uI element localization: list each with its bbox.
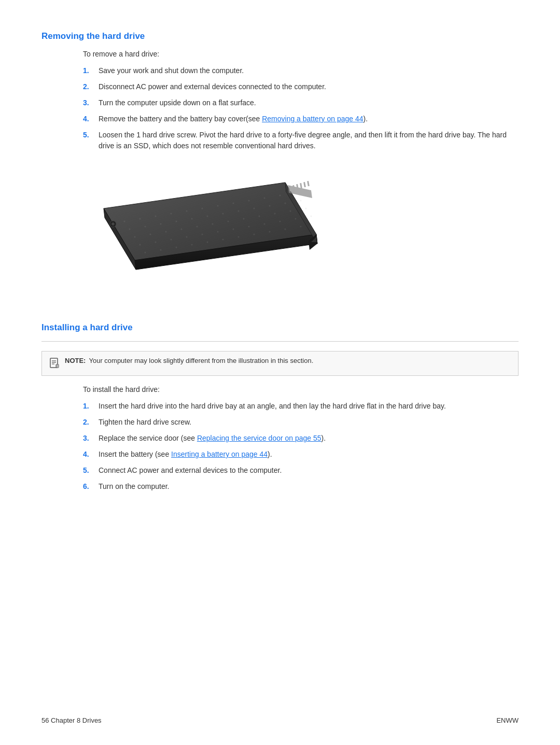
svg-point-57 — [238, 236, 240, 238]
step-number: 2. — [83, 417, 99, 428]
list-item: 3. Replace the service door (see Replaci… — [83, 433, 519, 444]
svg-point-29 — [165, 231, 167, 233]
svg-point-34 — [243, 218, 245, 220]
footer-right: ENWW — [496, 716, 519, 724]
svg-point-4 — [124, 221, 125, 222]
step-text: Tighten the hard drive screw. — [99, 417, 519, 428]
svg-point-6 — [155, 216, 157, 217]
note-box: NOTE: Your computer may look slightly di… — [41, 351, 519, 376]
svg-point-43 — [202, 234, 203, 235]
installing-section: Installing a hard drive NOTE: Your compu… — [41, 322, 519, 492]
svg-point-54 — [191, 244, 193, 246]
svg-point-26 — [300, 200, 302, 202]
removing-intro: To remove a hard drive: — [83, 50, 519, 58]
step-number: 3. — [83, 97, 99, 108]
svg-point-40 — [155, 242, 157, 243]
list-item: 1. Save your work and shut down the comp… — [83, 65, 519, 76]
svg-point-11 — [233, 203, 234, 204]
step-number: 1. — [83, 401, 99, 412]
svg-point-49 — [295, 218, 297, 220]
svg-point-20 — [207, 216, 208, 217]
svg-point-41 — [171, 239, 172, 241]
svg-point-32 — [212, 223, 214, 225]
svg-point-16 — [145, 226, 146, 228]
svg-point-55 — [207, 242, 208, 243]
note-text: Your computer may look slightly differen… — [89, 357, 313, 364]
svg-rect-67 — [300, 183, 302, 188]
list-item: 5. Loosen the 1 hard drive screw. Pivot … — [83, 130, 519, 151]
svg-point-45 — [233, 229, 234, 230]
ssd-image-container — [83, 167, 487, 302]
step-text: Replace the service door (see Replacing … — [99, 433, 519, 444]
note-icon — [49, 357, 61, 370]
removing-battery-link[interactable]: Removing a battery on page 44 — [262, 115, 363, 123]
svg-point-53 — [176, 247, 177, 248]
svg-point-37 — [290, 210, 291, 212]
svg-point-15 — [129, 229, 131, 230]
svg-point-59 — [269, 231, 271, 233]
list-item: 3. Turn the computer upside down on a fl… — [83, 97, 519, 108]
svg-point-61 — [300, 226, 302, 228]
installing-steps-list: 1. Insert the hard drive into the hard d… — [83, 401, 519, 492]
step-number: 1. — [83, 65, 99, 76]
list-item: 2. Tighten the hard drive screw. — [83, 417, 519, 428]
list-item: 6. Turn on the computer. — [83, 481, 519, 492]
svg-point-12 — [248, 200, 250, 202]
svg-point-52 — [160, 249, 162, 251]
step-number: 5. — [83, 465, 99, 476]
step-text: Turn on the computer. — [99, 481, 519, 492]
list-item: 4. Insert the battery (see Inserting a b… — [83, 449, 519, 460]
svg-point-5 — [139, 218, 141, 220]
svg-point-10 — [217, 205, 219, 207]
svg-point-50 — [311, 216, 312, 217]
step-text: Remove the battery and the battery bay c… — [99, 114, 519, 124]
svg-point-19 — [191, 218, 193, 220]
step-text: Insert the battery (see Inserting a batt… — [99, 449, 519, 460]
svg-rect-68 — [303, 182, 306, 187]
svg-point-30 — [181, 229, 183, 230]
step-text: Connect AC power and external devices to… — [99, 465, 519, 476]
svg-point-42 — [186, 236, 188, 238]
installing-title: Installing a hard drive — [41, 322, 519, 333]
svg-point-17 — [160, 223, 162, 225]
removing-steps-list: 1. Save your work and shut down the comp… — [83, 65, 519, 151]
svg-point-48 — [279, 221, 281, 222]
inserting-battery-link[interactable]: Inserting a battery on page 44 — [171, 450, 268, 458]
svg-point-35 — [259, 216, 260, 217]
step-text: Save your work and shut down the compute… — [99, 65, 519, 76]
step-text: Loosen the 1 hard drive screw. Pivot the… — [99, 130, 519, 151]
step-text: Disconnect AC power and external devices… — [99, 81, 519, 92]
list-item: 1. Insert the hard drive into the hard d… — [83, 401, 519, 412]
svg-point-28 — [150, 234, 151, 235]
svg-point-13 — [264, 198, 265, 199]
list-item: 2. Disconnect AC power and external devi… — [83, 81, 519, 92]
replacing-service-door-link[interactable]: Replacing the service door on page 55 — [197, 434, 321, 442]
step-text: Insert the hard drive into the hard driv… — [99, 401, 519, 412]
footer-left: 56 Chapter 8 Drives — [41, 716, 102, 724]
removing-section: Removing the hard drive To remove a hard… — [41, 31, 519, 302]
svg-point-23 — [254, 208, 255, 209]
svg-rect-69 — [307, 181, 310, 186]
svg-point-47 — [264, 223, 265, 225]
svg-point-24 — [269, 205, 271, 207]
installing-intro: To install the hard drive: — [83, 385, 519, 393]
svg-point-27 — [134, 236, 136, 238]
step-number: 4. — [83, 449, 99, 460]
section-divider — [41, 341, 519, 342]
svg-point-46 — [248, 226, 250, 228]
page-footer: 56 Chapter 8 Drives ENWW — [41, 716, 519, 724]
svg-point-14 — [279, 195, 281, 196]
svg-point-58 — [254, 234, 255, 235]
svg-point-25 — [285, 203, 286, 204]
svg-point-36 — [274, 213, 276, 215]
svg-point-21 — [222, 213, 224, 215]
svg-point-9 — [202, 208, 203, 209]
svg-point-18 — [176, 221, 177, 222]
svg-point-60 — [285, 229, 286, 230]
step-number: 2. — [83, 81, 99, 92]
svg-point-31 — [197, 226, 198, 228]
note-label: NOTE: — [65, 357, 86, 364]
svg-point-33 — [228, 221, 229, 222]
svg-point-51 — [145, 252, 146, 254]
svg-point-38 — [305, 208, 307, 209]
